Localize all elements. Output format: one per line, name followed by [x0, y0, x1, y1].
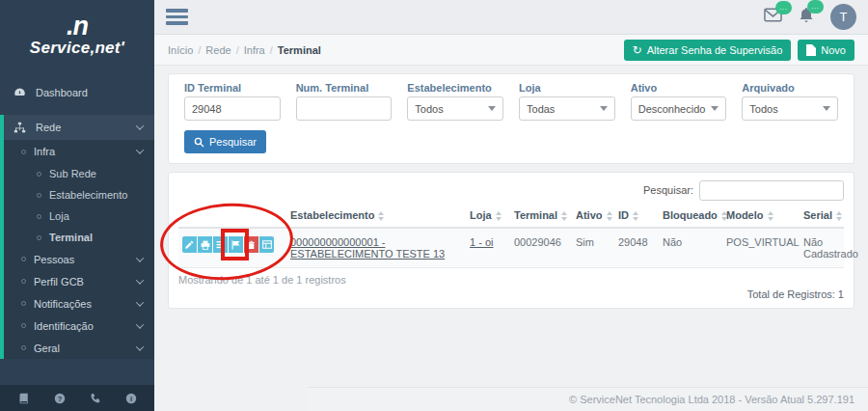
col-modelo[interactable]: Modelo — [722, 204, 800, 228]
info-icon[interactable]: i — [125, 393, 137, 404]
circle-bullet-icon — [21, 345, 26, 350]
filter-label: Num. Terminal — [296, 82, 393, 94]
estabelecimento-select[interactable]: Todos — [407, 96, 503, 121]
sidebar-item-label: Geral — [34, 342, 60, 354]
col-id[interactable]: ID — [614, 204, 659, 228]
cell-estabelecimento: 000000000000001 - ESTABELECIMENTO TESTE … — [286, 228, 466, 268]
row-actions — [182, 236, 274, 253]
num-terminal-input[interactable] — [296, 96, 393, 121]
table-search: Pesquisar: — [178, 178, 844, 202]
page-actions: ↻ Alterar Senha de Supervisão Novo — [624, 40, 854, 61]
filter-estabelecimento: Estabelecimento Todos — [407, 82, 503, 121]
filter-label: Estabelecimento — [407, 82, 503, 94]
breadcrumb-separator: / — [236, 44, 239, 56]
refresh-icon: ↻ — [633, 45, 642, 55]
cell-terminal: 00029046 — [510, 228, 572, 268]
pencil-icon — [185, 240, 194, 249]
hamburger-menu-icon[interactable] — [166, 9, 188, 25]
col-estabelecimento[interactable]: Estabelecimento — [286, 204, 466, 228]
messages-badge: ... — [775, 1, 792, 14]
sidebar-item-label: Identificação — [34, 320, 94, 332]
list-button[interactable] — [213, 236, 228, 253]
sidebar-item-label: Estabelecimento — [49, 189, 127, 201]
flag-button[interactable] — [229, 236, 243, 253]
id-terminal-input[interactable] — [184, 96, 281, 121]
avatar[interactable]: T — [830, 4, 856, 30]
sidebar-item-rede[interactable]: Rede — [4, 115, 154, 140]
logo: .n Service,net' — [0, 0, 154, 81]
ativo-select[interactable]: Desconhecido — [631, 96, 727, 121]
edit-button[interactable] — [182, 236, 197, 253]
results-table: Estabelecimento Loja Terminal Ativo ID B… — [178, 204, 844, 268]
sidebar-item-sub-rede[interactable]: Sub Rede — [4, 163, 154, 184]
sidebar-item-label: Notificações — [34, 298, 92, 310]
cell-id: 29048 — [614, 228, 659, 268]
messages-button[interactable]: ... — [764, 8, 782, 26]
change-supervision-password-button[interactable]: ↻ Alterar Senha de Supervisão — [624, 40, 792, 61]
actions-cell — [178, 228, 286, 268]
sidebar-item-label: Dashboard — [36, 87, 88, 98]
table-records-info: Mostrando de 1 até 1 de 1 registros — [178, 274, 844, 286]
phone-icon[interactable] — [90, 393, 101, 404]
svg-text:?: ? — [57, 394, 62, 402]
table-search-input[interactable] — [699, 180, 844, 201]
logo-mark: .n — [0, 14, 154, 39]
col-bloqueado[interactable]: Bloqueado — [659, 204, 722, 228]
estabelecimento-link[interactable]: 000000000000001 - ESTABELECIMENTO TESTE … — [290, 236, 445, 260]
details-button[interactable] — [259, 236, 274, 253]
sort-icon[interactable] — [496, 211, 502, 221]
chevron-down-icon — [488, 106, 496, 111]
sidebar-item-notificacoes[interactable]: Notificações — [4, 292, 154, 315]
sort-icon[interactable] — [561, 211, 567, 221]
breadcrumb-rede[interactable]: Rede — [205, 44, 231, 56]
arquivado-select[interactable]: Todos — [742, 96, 838, 121]
copyright-text: © ServiceNet Tecnologia Ltda 2018 - Vers… — [569, 394, 854, 405]
filter-num-terminal: Num. Terminal — [296, 82, 393, 121]
sidebar-item-estabelecimento[interactable]: Estabelecimento — [4, 184, 154, 206]
content: ID Terminal Num. Terminal Estabeleciment… — [154, 66, 868, 309]
delete-button[interactable] — [244, 236, 258, 253]
sidebar-item-label: Sub Rede — [49, 168, 96, 179]
sort-icon[interactable] — [378, 211, 384, 221]
sidebar-item-label: Infra — [34, 146, 55, 157]
col-ativo[interactable]: Ativo — [572, 204, 614, 228]
chevron-down-icon — [136, 320, 144, 328]
notifications-button[interactable]: ... — [799, 7, 814, 27]
col-loja[interactable]: Loja — [466, 204, 510, 228]
trash-icon — [247, 240, 256, 250]
print-button[interactable] — [198, 236, 212, 253]
col-terminal[interactable]: Terminal — [510, 204, 572, 228]
loja-link[interactable]: 1 - oi — [470, 236, 493, 248]
sidebar-item-terminal[interactable]: Terminal — [4, 227, 154, 248]
sidebar-bottom-bar: ? i — [0, 385, 154, 411]
sort-icon[interactable] — [633, 211, 638, 221]
new-button[interactable]: Novo — [798, 40, 854, 61]
sort-icon[interactable] — [607, 211, 612, 221]
sidebar-item-geral[interactable]: Geral — [4, 337, 154, 359]
breadcrumb-infra[interactable]: Infra — [244, 44, 265, 56]
sidebar-item-infra[interactable]: Infra — [4, 140, 154, 163]
sidebar-item-perfil-gcb[interactable]: Perfil GCB — [4, 270, 154, 292]
filter-loja: Loja Todas — [519, 82, 615, 121]
circle-bullet-icon — [21, 301, 26, 306]
sidebar-item-dashboard[interactable]: Dashboard — [0, 81, 154, 103]
sidebar-item-loja[interactable]: Loja — [4, 206, 154, 227]
search-button[interactable]: Pesquisar — [184, 130, 266, 153]
circle-bullet-icon — [21, 279, 26, 284]
col-serial[interactable]: Serial — [800, 204, 844, 228]
loja-select[interactable]: Todas — [519, 96, 615, 121]
sidebar-item-label: Pessoas — [34, 254, 74, 265]
book-icon[interactable] — [18, 393, 30, 404]
sort-icon[interactable] — [768, 211, 773, 221]
sort-icon[interactable] — [836, 211, 842, 221]
breadcrumb-terminal: Terminal — [278, 44, 321, 56]
sidebar-expanded-group: Rede Infra Sub Rede Estabelecimento — [0, 115, 154, 359]
breadcrumb-inicio[interactable]: Início — [168, 44, 193, 56]
main-area: ... ... T Início / Rede / Infra / Termin… — [154, 0, 868, 411]
circle-bullet-icon — [37, 172, 41, 177]
sidebar: .n Service,net' Dashboard Rede Infra — [0, 0, 154, 411]
sidebar-item-pessoas[interactable]: Pessoas — [4, 248, 154, 270]
sidebar-item-identificacao[interactable]: Identificação — [4, 315, 154, 337]
file-icon — [806, 44, 816, 56]
help-icon[interactable]: ? — [54, 393, 66, 404]
